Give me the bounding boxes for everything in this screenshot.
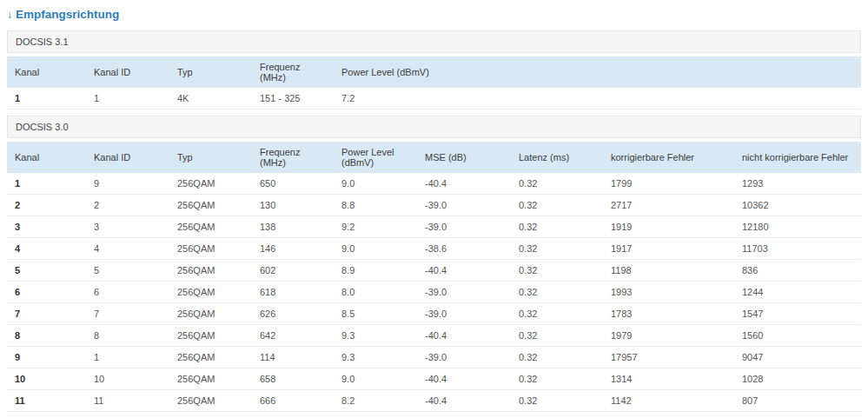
cell: 1293	[734, 173, 861, 195]
cell: 1993	[603, 282, 734, 303]
cell: 8.2	[334, 390, 417, 412]
cell: 1198	[603, 260, 734, 282]
cell: 7	[86, 303, 169, 325]
cell: -40.4	[417, 368, 511, 390]
cell: 4K	[169, 88, 252, 109]
cell: 11	[86, 390, 169, 412]
cell: 0.32	[511, 173, 603, 195]
column-header: korrigierbare Fehler	[603, 142, 734, 173]
cell: 2717	[603, 195, 734, 216]
column-header: Frequenz (MHz)	[252, 56, 334, 88]
table-row: 55256QAM6028.9-40.40.321198836	[7, 260, 861, 282]
cell: 9.3	[334, 325, 417, 347]
table-row: 44256QAM1469.0-38.60.32191711703	[7, 238, 861, 260]
cell: 9.3	[334, 347, 417, 368]
cell: 642	[252, 325, 334, 347]
section-header-docsis31-label: DOCSIS 3.1	[16, 36, 69, 47]
cell: -40.4	[417, 325, 511, 347]
cell: 12180	[734, 216, 861, 238]
cell: 0.32	[511, 412, 603, 418]
cell: 1142	[603, 390, 734, 412]
table-row: 66256QAM6188.0-39.00.3219931244	[7, 282, 861, 303]
cell: -40.4	[417, 260, 511, 282]
cell: 5	[7, 260, 86, 282]
cell: 9	[7, 347, 86, 368]
cell: 12	[86, 412, 169, 418]
cell: 256QAM	[169, 173, 252, 195]
column-header: Typ	[169, 56, 252, 88]
cell: 7.2	[334, 88, 861, 109]
cell: -38.6	[417, 238, 511, 260]
cell: 0.32	[511, 325, 603, 347]
column-header: Kanal ID	[86, 142, 169, 173]
column-header: Kanal	[7, 56, 86, 88]
cell: 9.2	[334, 216, 417, 238]
cell: 256QAM	[169, 325, 252, 347]
table-row: 114K151 - 3257.2	[7, 88, 861, 109]
cell: 256QAM	[169, 347, 252, 368]
table-row: 1010256QAM6589.0-40.40.3213141028	[7, 368, 861, 390]
cell: -39.0	[417, 195, 511, 216]
cell: -39.0	[417, 282, 511, 303]
cell: 256QAM	[169, 195, 252, 216]
table-row: 88256QAM6429.3-40.40.3219791560	[7, 325, 861, 347]
cell: 7	[7, 303, 86, 325]
cell: 658	[252, 368, 334, 390]
cell: 1314	[603, 368, 734, 390]
cell: 6	[7, 282, 86, 303]
cell: 256QAM	[169, 412, 252, 418]
cell: 3	[86, 216, 169, 238]
empfangsrichtung-page: ↓ Empfangsrichtung DOCSIS 3.1 KanalKanal…	[0, 0, 868, 418]
cell: 1	[86, 88, 169, 109]
cell: 3	[7, 216, 86, 238]
cell: 1547	[734, 303, 861, 325]
cell: 602	[252, 260, 334, 282]
cell: 1799	[603, 173, 734, 195]
cell: -40.4	[417, 390, 511, 412]
cell: 11	[7, 390, 86, 412]
cell: 1	[7, 88, 86, 109]
cell: 0.32	[511, 303, 603, 325]
cell: 0.32	[511, 282, 603, 303]
cell: 8.9	[334, 260, 417, 282]
cell: 8.8	[334, 195, 417, 216]
column-header: Typ	[169, 142, 252, 173]
cell: 9	[86, 173, 169, 195]
table-header-row: KanalKanal IDTypFrequenz (MHz)Power Leve…	[7, 142, 861, 173]
cell: 9047	[734, 347, 861, 368]
cell: 1917	[603, 238, 734, 260]
cell: 836	[734, 260, 861, 282]
table-row: 1212256QAM6748.5-39.00.321102948	[7, 412, 861, 418]
cell: 12	[7, 412, 86, 418]
cell: 2	[86, 195, 169, 216]
table-header-row: KanalKanal IDTypFrequenz (MHz)Power Leve…	[7, 56, 861, 88]
cell: 4	[86, 238, 169, 260]
cell: 0.32	[511, 368, 603, 390]
cell: 10	[7, 368, 86, 390]
cell: 9.0	[334, 368, 417, 390]
cell: 4	[7, 238, 86, 260]
table-row: 22256QAM1308.8-39.00.32271710362	[7, 195, 861, 216]
cell: 1028	[734, 368, 861, 390]
cell: 6	[86, 282, 169, 303]
cell: -39.0	[417, 216, 511, 238]
page-title-label: Empfangsrichtung	[16, 8, 119, 21]
cell: 0.32	[511, 238, 603, 260]
cell: 256QAM	[169, 390, 252, 412]
cell: 666	[252, 390, 334, 412]
cell: 8.5	[334, 303, 417, 325]
column-header: Frequenz (MHz)	[252, 142, 334, 173]
cell: 256QAM	[169, 303, 252, 325]
column-header: MSE (dB)	[417, 142, 511, 173]
cell: 1783	[603, 303, 734, 325]
cell: 5	[86, 260, 169, 282]
table-row: 33256QAM1389.2-39.00.32191912180	[7, 216, 861, 238]
cell: 256QAM	[169, 282, 252, 303]
docsis31-table: KanalKanal IDTypFrequenz (MHz)Power Leve…	[7, 56, 861, 109]
cell: 17957	[603, 347, 734, 368]
cell: 0.32	[511, 195, 603, 216]
column-header: Kanal	[7, 142, 86, 173]
cell: 626	[252, 303, 334, 325]
cell: 1	[86, 347, 169, 368]
cell: 8.0	[334, 282, 417, 303]
